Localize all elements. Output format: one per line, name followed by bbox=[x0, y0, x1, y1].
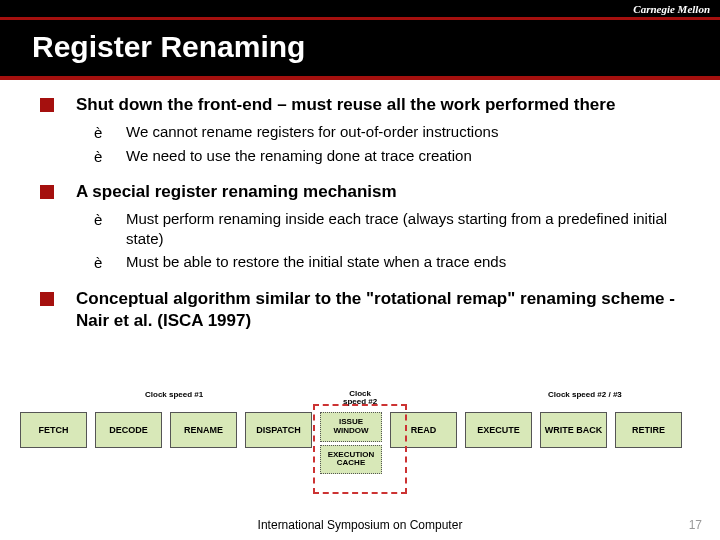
footer-venue: International Symposium on Computer bbox=[0, 518, 720, 532]
title-band: Register Renaming bbox=[0, 20, 720, 76]
sub-text: Must perform renaming inside each trace … bbox=[126, 210, 667, 247]
bullet-2: A special register renaming mechanism è … bbox=[40, 181, 690, 282]
page-number: 17 bbox=[689, 518, 702, 532]
sub-text: Must be able to restore the initial stat… bbox=[126, 253, 506, 270]
arrow-icon: è bbox=[94, 147, 102, 167]
pipeline-diagram: Clock speed #1 Clockspeed #2 Clock speed… bbox=[20, 390, 700, 474]
clock-label-1: Clock speed #1 bbox=[145, 390, 203, 399]
page-title: Register Renaming bbox=[32, 30, 704, 64]
stage-rename: RENAME bbox=[170, 412, 237, 448]
arrow-icon: è bbox=[94, 123, 102, 143]
sub-text: We need to use the renaming done at trac… bbox=[126, 147, 472, 164]
square-bullet-icon bbox=[40, 185, 54, 199]
stage-fetch: FETCH bbox=[20, 412, 87, 448]
content-area: Shut down the front-end – must reuse all… bbox=[0, 80, 720, 332]
stage-execute: EXECUTE bbox=[465, 412, 532, 448]
arrow-icon: è bbox=[94, 253, 102, 273]
stage-decode: DECODE bbox=[95, 412, 162, 448]
bullet-3-text: Conceptual algorithm similar to the "rot… bbox=[76, 288, 690, 332]
stage-issue-window: ISSUE WINDOW bbox=[320, 412, 382, 442]
bullet-1-text: Shut down the front-end – must reuse all… bbox=[76, 94, 690, 116]
sub-bullet: è We cannot rename registers for out-of-… bbox=[94, 122, 690, 142]
sub-bullet: è Must perform renaming inside each trac… bbox=[94, 209, 690, 248]
top-strip: Carnegie Mellon bbox=[0, 0, 720, 20]
bullet-3: Conceptual algorithm similar to the "rot… bbox=[40, 288, 690, 332]
sub-bullet: è Must be able to restore the initial st… bbox=[94, 252, 690, 272]
sub-bullet: è We need to use the renaming done at tr… bbox=[94, 146, 690, 166]
bullet-1: Shut down the front-end – must reuse all… bbox=[40, 94, 690, 175]
square-bullet-icon bbox=[40, 292, 54, 306]
square-bullet-icon bbox=[40, 98, 54, 112]
stage-retire: RETIRE bbox=[615, 412, 682, 448]
stage-writeback: WRITE BACK bbox=[540, 412, 607, 448]
stage-execution-cache: EXECUTION CACHE bbox=[320, 445, 382, 475]
stage-dispatch: DISPATCH bbox=[245, 412, 312, 448]
bullet-2-text: A special register renaming mechanism bbox=[76, 181, 690, 203]
arrow-icon: è bbox=[94, 210, 102, 230]
stage-read: READ bbox=[390, 412, 457, 448]
clock-label-2: Clockspeed #2 bbox=[343, 390, 377, 406]
clock-label-3: Clock speed #2 / #3 bbox=[548, 390, 622, 399]
org-label: Carnegie Mellon bbox=[633, 3, 710, 15]
sub-text: We cannot rename registers for out-of-or… bbox=[126, 123, 498, 140]
